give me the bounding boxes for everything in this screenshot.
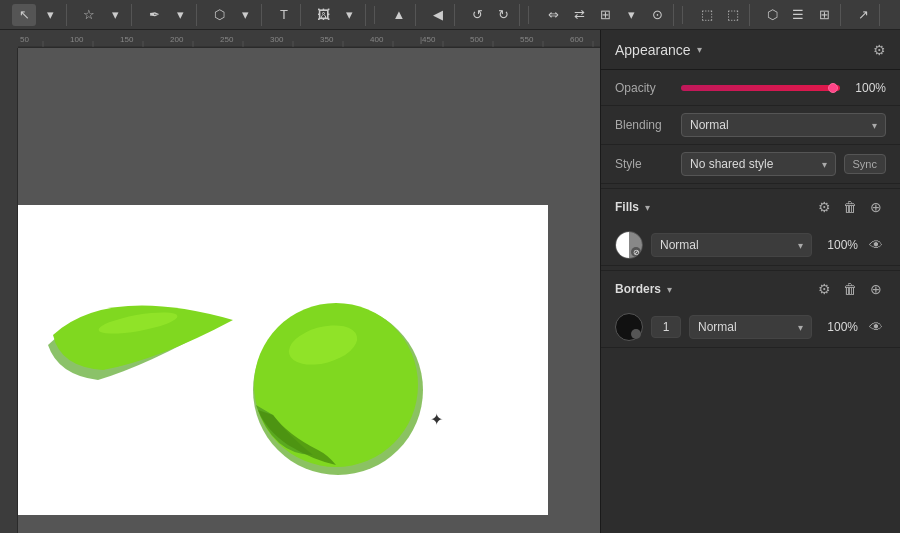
borders-actions: ⚙ 🗑 ⊕: [814, 279, 886, 299]
arrow-tools: ◀: [422, 4, 455, 26]
border-width-input[interactable]: 1: [651, 316, 681, 338]
right-panel: Appearance ▾ ⚙ Opacity 100% Blending Nor…: [600, 30, 900, 533]
svg-text:150: 150: [120, 35, 134, 44]
blending-dropdown[interactable]: Normal ▾: [681, 113, 886, 137]
svg-text:400: 400: [370, 35, 384, 44]
exit-tools: ↗: [847, 4, 880, 26]
shape-tools: ⬡ ▾: [203, 4, 262, 26]
shape-dropdown[interactable]: ▾: [233, 4, 257, 26]
fill-color-swatch[interactable]: ⊘: [615, 231, 643, 259]
select-tools: ↖ ▾: [8, 4, 67, 26]
style-label: Style: [615, 157, 673, 171]
star-tools: ☆ ▾: [73, 4, 132, 26]
select-tool[interactable]: ↖: [12, 4, 36, 26]
flip-h-tool[interactable]: ⇄: [567, 4, 591, 26]
fills-arrow: ▾: [645, 202, 650, 213]
pen-dropdown[interactable]: ▾: [168, 4, 192, 26]
select-dropdown[interactable]: ▾: [38, 4, 62, 26]
fill-blend-dropdown[interactable]: Normal ▾: [651, 233, 812, 257]
scale-tool[interactable]: ⇔: [541, 4, 565, 26]
borders-settings-icon[interactable]: ⚙: [814, 279, 834, 299]
fill-blend-arrow: ▾: [798, 240, 803, 251]
svg-rect-26: [0, 48, 18, 533]
arrange-tool1[interactable]: ⬚: [695, 4, 719, 26]
undo-tool[interactable]: ↺: [465, 4, 489, 26]
panel-header: Appearance ▾ ⚙: [601, 30, 900, 70]
blending-row: Blending Normal ▾: [601, 106, 900, 145]
shapes-svg: [18, 205, 548, 515]
main-area: 50 100 150 200 250 300 350 400 |450 500 …: [0, 30, 900, 533]
swatch-white-half: [616, 232, 629, 258]
shape-tool[interactable]: ⬡: [207, 4, 231, 26]
redo-tool[interactable]: ↻: [491, 4, 515, 26]
border-blend-dropdown[interactable]: Normal ▾: [689, 315, 812, 339]
star-dropdown[interactable]: ▾: [103, 4, 127, 26]
style-row: Style No shared style ▾ Sync: [601, 145, 900, 184]
border-visibility-icon[interactable]: 👁: [866, 317, 886, 337]
borders-add-icon[interactable]: ⊕: [866, 279, 886, 299]
separator1: [374, 6, 375, 24]
arrange-tool2[interactable]: ⬚: [721, 4, 745, 26]
image-tools: 🖼 ▾: [307, 4, 366, 26]
svg-text:50: 50: [20, 35, 29, 44]
border-blend-arrow: ▾: [798, 322, 803, 333]
style-value: No shared style: [690, 157, 773, 171]
image-tool[interactable]: 🖼: [311, 4, 335, 26]
left-shape[interactable]: [48, 306, 233, 380]
svg-text:|450: |450: [420, 35, 436, 44]
borders-label: Borders: [615, 282, 661, 296]
panel-settings-icon[interactable]: ⚙: [873, 42, 886, 58]
layout-tool[interactable]: ⊞: [812, 4, 836, 26]
star-tool[interactable]: ☆: [77, 4, 101, 26]
borders-delete-icon[interactable]: 🗑: [840, 279, 860, 299]
mask-tool[interactable]: ⊙: [645, 4, 669, 26]
transform-tools: ⇔ ⇄ ⊞ ▾ ⊙: [537, 4, 674, 26]
ruler-horizontal: 50 100 150 200 250 300 350 400 |450 500 …: [0, 30, 600, 48]
border-blend-value: Normal: [698, 320, 737, 334]
fills-label: Fills: [615, 200, 639, 214]
sync-button[interactable]: Sync: [844, 154, 886, 174]
canvas-white: [18, 205, 548, 515]
boolean-dropdown[interactable]: ▾: [619, 4, 643, 26]
pages-tool[interactable]: ☰: [786, 4, 810, 26]
canvas-area[interactable]: 50 100 150 200 250 300 350 400 |450 500 …: [0, 30, 600, 533]
right-shape[interactable]: [253, 303, 423, 475]
style-dropdown[interactable]: No shared style ▾: [681, 152, 836, 176]
panel-title-arrow: ▾: [697, 44, 702, 55]
exit-tool[interactable]: ↗: [851, 4, 875, 26]
arrange-tools: ⬚ ⬚: [691, 4, 750, 26]
fills-section-header: Fills ▾ ⚙ 🗑 ⊕: [601, 188, 900, 225]
swatch-edit-icon: ⊘: [631, 247, 641, 257]
opacity-slider[interactable]: [681, 81, 840, 95]
ruler-corner: [0, 30, 18, 48]
text-tool[interactable]: T: [272, 4, 296, 26]
fills-delete-icon[interactable]: 🗑: [840, 197, 860, 217]
opacity-track: [681, 85, 840, 91]
fill-item: ⊘ Normal ▾ 100% 👁: [601, 225, 900, 266]
fill-opacity-value: 100%: [820, 238, 858, 252]
fill-visibility-icon[interactable]: 👁: [866, 235, 886, 255]
boolean-tool[interactable]: ⊞: [593, 4, 617, 26]
borders-arrow: ▾: [667, 284, 672, 295]
borders-section-header: Borders ▾ ⚙ 🗑 ⊕: [601, 270, 900, 307]
left-arrow-tool[interactable]: ◀: [426, 4, 450, 26]
svg-text:300: 300: [270, 35, 284, 44]
triangle-tools: ▲: [383, 4, 416, 26]
extra-tools: ⬡ ☰ ⊞: [756, 4, 841, 26]
image-dropdown[interactable]: ▾: [337, 4, 361, 26]
svg-rect-0: [18, 30, 600, 47]
fill-blend-value: Normal: [660, 238, 699, 252]
svg-text:250: 250: [220, 35, 234, 44]
pen-tool[interactable]: ✒: [142, 4, 166, 26]
style-dropdown-arrow: ▾: [822, 159, 827, 170]
opacity-value: 100%: [848, 81, 886, 95]
border-color-swatch[interactable]: [615, 313, 643, 341]
fills-actions: ⚙ 🗑 ⊕: [814, 197, 886, 217]
triangle-tool[interactable]: ▲: [387, 4, 411, 26]
opacity-label: Opacity: [615, 81, 673, 95]
ruler-vertical: [0, 48, 18, 533]
fills-settings-icon[interactable]: ⚙: [814, 197, 834, 217]
fills-add-icon[interactable]: ⊕: [866, 197, 886, 217]
blending-label: Blending: [615, 118, 673, 132]
component-tool[interactable]: ⬡: [760, 4, 784, 26]
